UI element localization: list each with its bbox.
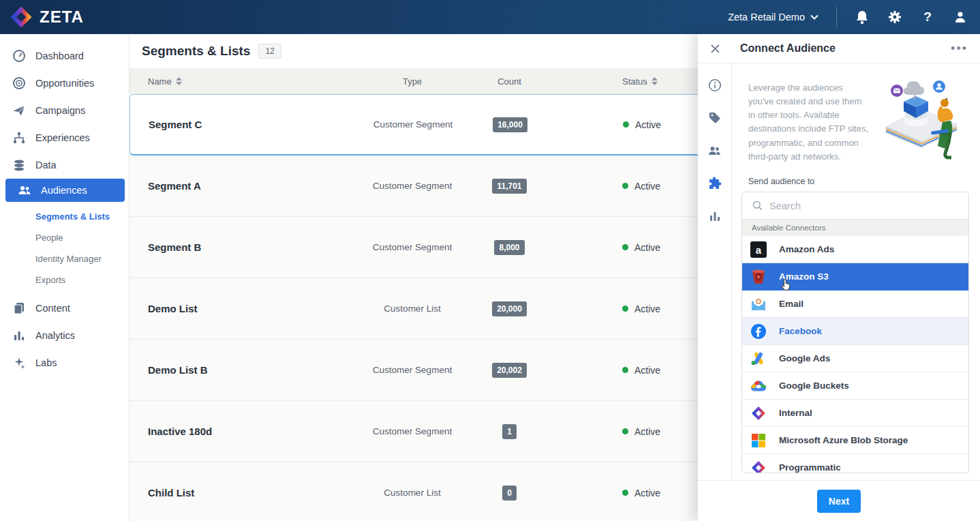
svg-text:a: a (756, 243, 762, 255)
logo-wordmark: ZETA (40, 8, 84, 27)
connector-label: Google Ads (779, 353, 830, 363)
connector-amazon-ads[interactable]: a Amazon Ads (742, 236, 968, 263)
flow-nodes-icon (12, 131, 26, 145)
account-switcher[interactable]: Zeta Retail Demo (728, 12, 818, 23)
row-count: 20,000 (470, 301, 549, 316)
sidebar-subitem-identity-manager[interactable]: Identity Manager (0, 248, 129, 269)
dashboard-icon (12, 49, 26, 63)
column-header-status[interactable]: Status (549, 76, 722, 87)
status-dot (623, 121, 629, 128)
people-icon (18, 183, 31, 197)
microsoft-icon (750, 432, 767, 449)
row-type: Customer Segment (354, 181, 470, 191)
sidebar-item-label: Content (35, 303, 70, 314)
help-icon[interactable]: ? (920, 10, 935, 25)
sidebar-item-data[interactable]: Data (0, 151, 129, 179)
row-status: Active (549, 365, 722, 376)
connector-internal[interactable]: Internal (742, 400, 968, 427)
sidebar-subitem-exports[interactable]: Exports (0, 269, 129, 291)
sidebar-item-opportunities[interactable]: Opportunities (0, 70, 129, 97)
row-count: 0 (470, 486, 549, 501)
zeta-diamond-icon (750, 405, 767, 421)
sidebar-item-campaigns[interactable]: Campaigns (0, 97, 129, 124)
connector-programmatic[interactable]: Programmatic (742, 454, 968, 473)
sort-icon[interactable] (652, 77, 658, 85)
next-button[interactable]: Next (817, 490, 861, 513)
connector-google-ads[interactable]: Google Ads (742, 345, 968, 372)
connector-label: Amazon Ads (779, 244, 834, 254)
row-type: Customer List (354, 303, 470, 314)
row-status: Active (549, 242, 722, 253)
sidebar-item-content[interactable]: Content (0, 295, 129, 322)
connector-amazon-s3[interactable]: Amazon S3 (742, 263, 968, 291)
status-dot (622, 183, 628, 189)
connector-label: Microsoft Azure Blob Storage (779, 435, 908, 445)
connector-list: a Amazon Ads Amazon S3 (742, 236, 968, 473)
row-status: Active (549, 181, 722, 192)
row-name: Child List (129, 487, 354, 498)
connector-search-input[interactable] (769, 200, 940, 211)
send-audience-label: Send audience to (748, 177, 969, 186)
connector-facebook[interactable]: Facebook (742, 318, 968, 345)
connector-label: Programmatic (779, 462, 841, 473)
notifications-bell-icon[interactable] (855, 10, 870, 25)
sidebar-item-dashboard[interactable]: Dashboard (0, 42, 129, 70)
sidebar-item-label: Campaigns (35, 105, 85, 116)
row-status: Active (549, 426, 722, 437)
sidebar: Dashboard Opportunities Campaigns Experi… (0, 34, 129, 521)
row-type: Customer List (354, 488, 470, 498)
chart-icon[interactable] (709, 210, 721, 222)
google-cloud-icon (750, 378, 767, 394)
status-dot (622, 490, 628, 496)
row-status: Active (549, 303, 722, 314)
sidebar-item-label: Audiences (41, 185, 87, 196)
row-status: Active (549, 488, 722, 498)
sidebar-item-label: Labs (35, 357, 57, 368)
status-dot (622, 367, 628, 373)
status-dot (622, 244, 628, 250)
status-dot (622, 306, 628, 312)
row-count: 16,000 (471, 117, 549, 132)
segments-count-badge: 12 (258, 44, 281, 59)
sidebar-subitem-people[interactable]: People (0, 227, 129, 248)
connect-illustration (874, 73, 969, 167)
page-title: Segments & Lists (142, 44, 250, 59)
sort-icon[interactable] (176, 77, 182, 85)
facebook-icon (750, 323, 767, 340)
row-type: Customer Segment (354, 242, 470, 252)
user-profile-icon[interactable] (953, 10, 968, 25)
connector-email[interactable]: Email (742, 291, 968, 318)
connector-microsoft-azure-blob-storage[interactable]: Microsoft Azure Blob Storage (742, 427, 968, 454)
tag-icon[interactable] (708, 111, 722, 125)
people-icon[interactable] (707, 144, 722, 158)
connector-google-buckets[interactable]: Google Buckets (742, 372, 968, 400)
connector-label: Internal (779, 408, 812, 418)
sidebar-item-analytics[interactable]: Analytics (0, 322, 129, 349)
column-header-count[interactable]: Count (470, 76, 549, 87)
row-status: Active (549, 119, 723, 130)
info-icon[interactable] (708, 78, 722, 92)
row-type: Customer Segment (354, 426, 470, 436)
amazon-ads-icon: a (750, 241, 767, 258)
sidebar-item-label: Experiences (35, 132, 90, 143)
puzzle-icon[interactable] (707, 177, 722, 191)
sidebar-item-audiences[interactable]: Audiences (5, 179, 125, 202)
column-header-name[interactable]: Name (129, 76, 354, 87)
sidebar-item-labs[interactable]: Labs (0, 349, 129, 376)
row-type: Customer Segment (354, 365, 470, 375)
column-header-type[interactable]: Type (354, 76, 470, 87)
sidebar-item-label: Opportunities (35, 78, 94, 89)
database-icon (12, 158, 26, 172)
sidebar-item-experiences[interactable]: Experiences (0, 124, 129, 151)
close-icon[interactable] (698, 44, 732, 54)
status-dot (622, 428, 628, 434)
bar-chart-icon (12, 329, 26, 342)
drawer-title: Connect Audience (732, 42, 951, 55)
drawer-step-rail (698, 63, 732, 480)
connector-label: Facebook (779, 326, 822, 336)
row-count: 11,701 (470, 179, 549, 194)
sidebar-subitem-segments-lists[interactable]: Segments & Lists (0, 206, 129, 227)
sparkles-icon (12, 356, 26, 370)
settings-gear-icon[interactable] (887, 10, 902, 25)
amazon-s3-icon (750, 269, 767, 285)
